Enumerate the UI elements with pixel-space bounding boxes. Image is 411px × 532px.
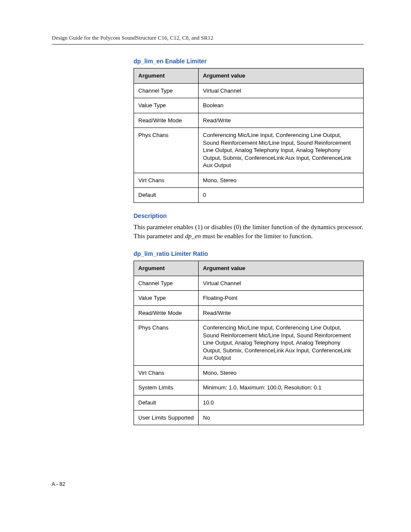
cell-value: No (199, 410, 364, 425)
table-row: Channel Type Virtual Channel (134, 83, 364, 98)
table-row: Virt Chans Mono, Stereo (134, 365, 364, 380)
table-row: System Limits Minimum: 1.0, Maximum: 100… (134, 380, 364, 395)
header-rule (52, 44, 364, 45)
page: Design Guide for the Polycom SoundStruct… (0, 0, 411, 513)
cell-value: 10.0 (199, 395, 364, 411)
table-header-row: Argument Argument value (134, 261, 364, 276)
cell-argument: User Limits Supported (134, 410, 199, 425)
content-block: dp_lim_en Enable Limiter Argument Argume… (134, 58, 364, 425)
th-argument: Argument (134, 261, 199, 276)
table-header-row: Argument Argument value (134, 68, 364, 84)
cell-argument: Default (134, 188, 199, 203)
cell-argument: Phys Chans (134, 128, 199, 173)
section-title-dp-lim-ratio: dp_lim_ratio Limiter Ratio (134, 250, 364, 257)
table-dp-lim-ratio: Argument Argument value Channel Type Vir… (134, 261, 364, 425)
cell-argument: Virt Chans (134, 173, 199, 188)
cell-value: Mono, Stereo (199, 173, 364, 188)
description-emph: dp_en (185, 233, 201, 240)
cell-argument: Value Type (134, 291, 199, 306)
cell-argument: Value Type (134, 98, 199, 113)
th-argument-value: Argument value (199, 68, 364, 84)
th-argument: Argument (134, 68, 199, 84)
cell-argument: Read/Write Mode (134, 305, 199, 320)
section-title-dp-lim-en: dp_lim_en Enable Limiter (134, 58, 364, 65)
table-row: Read/Write Mode Read/Write (134, 113, 364, 128)
table-row: Value Type Floating-Point (134, 291, 364, 306)
cell-argument: Channel Type (134, 276, 199, 291)
cell-value: Read/Write (199, 113, 364, 128)
section-title-description: Description (134, 212, 364, 219)
cell-value: Floating-Point (199, 291, 364, 306)
cell-value: Conferencing Mic/Line Input, Conferencin… (199, 320, 364, 366)
table-row: Read/Write Mode Read/Write (134, 305, 364, 320)
page-number: A - 82 (52, 481, 364, 487)
cell-value: 0 (199, 188, 364, 203)
table-row: Value Type Boolean (134, 98, 364, 113)
table-row: Default 10.0 (134, 395, 364, 411)
cell-argument: Read/Write Mode (134, 113, 199, 128)
table-row: Virt Chans Mono, Stereo (134, 173, 364, 188)
description-body: This parameter enables (1) or disables (… (134, 223, 364, 241)
table-row: Phys Chans Conferencing Mic/Line Input, … (134, 128, 364, 173)
th-argument-value: Argument value (199, 261, 364, 276)
cell-argument: Phys Chans (134, 320, 199, 366)
table-row: Default 0 (134, 188, 364, 203)
cell-argument: Channel Type (134, 83, 199, 98)
cell-argument: System Limits (134, 380, 199, 395)
table-row: Phys Chans Conferencing Mic/Line Input, … (134, 320, 364, 366)
table-row: User Limits Supported No (134, 410, 364, 425)
description-text-after: must be enables for the limiter to funct… (201, 233, 313, 240)
running-header: Design Guide for the Polycom SoundStruct… (52, 34, 364, 41)
cell-value: Conferencing Mic/Line Input, Conferencin… (199, 128, 364, 173)
table-row: Channel Type Virtual Channel (134, 276, 364, 291)
cell-value: Minimum: 1.0, Maximum: 100.0, Resolution… (199, 380, 364, 395)
cell-value: Boolean (199, 98, 364, 113)
cell-argument: Default (134, 395, 199, 411)
cell-value: Read/Write (199, 305, 364, 320)
cell-argument: Virt Chans (134, 365, 199, 380)
cell-value: Mono, Stereo (199, 365, 364, 380)
cell-value: Virtual Channel (199, 83, 364, 98)
table-dp-lim-en: Argument Argument value Channel Type Vir… (134, 68, 364, 203)
cell-value: Virtual Channel (199, 276, 364, 291)
